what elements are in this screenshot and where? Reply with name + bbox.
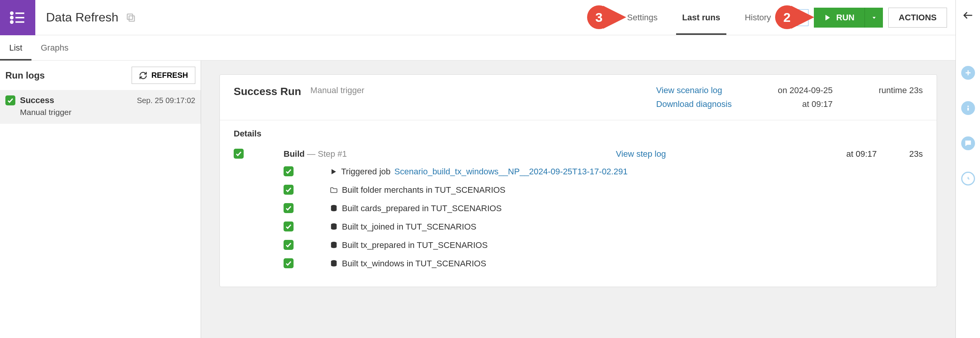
build-text: Built tx_joined in TUT_SCENARIOS [342,222,477,232]
nav-last-runs[interactable]: Last runs [670,0,733,35]
view-step-log-link[interactable]: View step log [616,149,769,159]
run-dropdown[interactable] [865,8,883,28]
copy-icon[interactable] [125,12,136,23]
svg-marker-9 [873,17,876,19]
clock-icon [964,175,972,182]
job-link[interactable]: Scenario_build_tx_windows__NP__2024-09-2… [394,167,628,177]
step-name: Build [284,149,305,159]
info-icon [964,104,972,112]
step-row: Build — Step #1 View step log at 09:17 2… [234,146,923,162]
svg-rect-19 [967,108,969,110]
nav-settings[interactable]: Settings [615,0,670,35]
menu-button[interactable] [0,0,35,35]
check-icon [234,149,244,159]
plus-icon [964,69,972,77]
svg-point-0 [11,12,13,14]
svg-rect-7 [127,14,132,19]
run-timestamp: Sep. 25 09:17:02 [137,96,195,105]
build-text: Built tx_windows in TUT_SCENARIOS [342,259,486,269]
refresh-label: REFRESH [151,71,188,80]
save-button[interactable] [792,9,808,26]
build-row: Built tx_prepared in TUT_SCENARIOS [284,236,923,254]
nav-history[interactable]: History [733,0,783,35]
play-solid-icon [330,168,337,176]
build-text: Built folder merchants in TUT_SCENARIOS [342,185,505,195]
job-row: Triggered job Scenario_build_tx_windows_… [284,162,923,181]
chat-icon [964,139,972,148]
refresh-icon [139,71,147,80]
back-button[interactable] [962,9,974,21]
database-icon [330,204,338,213]
run-time: at 09:17 [802,99,833,109]
play-icon [824,14,832,21]
save-icon [795,13,805,22]
database-icon [330,259,338,268]
svg-point-4 [11,21,13,23]
refresh-button[interactable]: REFRESH [132,67,195,84]
rail-history-button[interactable] [961,172,975,185]
rail-chat-button[interactable] [961,136,975,150]
build-text: Built tx_prepared in TUT_SCENARIOS [342,240,488,250]
list-icon [9,9,26,26]
check-icon [284,258,294,268]
details-label: Details [234,129,923,139]
caret-down-icon [871,15,877,21]
check-icon [5,95,15,105]
svg-point-2 [11,16,13,19]
check-icon [284,166,294,176]
database-icon [330,241,338,249]
run-card-trigger: Manual trigger [310,85,365,95]
download-diagnosis-link[interactable]: Download diagnosis [656,99,732,109]
svg-point-18 [967,106,969,107]
check-icon [284,222,294,231]
step-number: — Step #1 [305,149,347,159]
svg-marker-10 [332,169,336,174]
build-row: Built tx_joined in TUT_SCENARIOS [284,218,923,236]
rail-info-button[interactable] [961,101,975,115]
run-label: RUN [836,13,855,23]
build-text: Built cards_prepared in TUT_SCENARIOS [342,203,502,213]
page-title: Data Refresh [46,10,119,25]
run-button[interactable]: RUN [814,8,865,28]
run-date: on 2024-09-25 [778,85,833,95]
check-icon [284,203,294,213]
arrow-left-icon [962,9,974,21]
actions-button[interactable]: ACTIONS [888,8,947,28]
subtab-list[interactable]: List [0,35,31,60]
check-icon [284,240,294,250]
step-time: at 09:17 [769,149,877,159]
folder-icon [330,186,338,194]
view-scenario-log-link[interactable]: View scenario log [656,85,732,95]
run-log-entry[interactable]: Success Sep. 25 09:17:02 Manual trigger [0,90,201,124]
rail-add-button[interactable] [961,66,975,80]
run-card-title: Success Run [234,85,301,98]
step-duration: 23s [877,149,923,159]
run-trigger: Manual trigger [20,108,195,117]
run-runtime: runtime 23s [879,85,923,95]
build-row: Built folder merchants in TUT_SCENARIOS [284,181,923,199]
job-prefix: Triggered job [341,167,391,177]
svg-marker-8 [825,15,830,20]
run-status: Success [20,95,54,105]
database-icon [330,223,338,231]
check-icon [284,185,294,195]
build-row: Built tx_windows in TUT_SCENARIOS [284,254,923,273]
svg-rect-6 [129,16,134,21]
subtab-graphs[interactable]: Graphs [31,35,78,60]
run-logs-title: Run logs [5,70,45,81]
build-row: Built cards_prepared in TUT_SCENARIOS [284,199,923,218]
